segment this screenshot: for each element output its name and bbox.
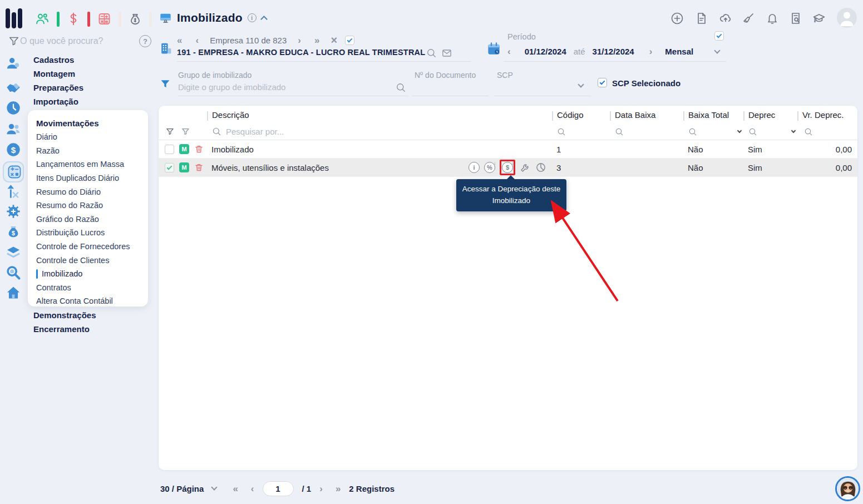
sidebar-item-encerramento[interactable]: Encerramento <box>33 322 145 336</box>
company-first-button[interactable]: « <box>177 36 182 45</box>
period-prev-button[interactable]: ‹ <box>507 47 511 56</box>
table-search-icon[interactable] <box>212 127 221 136</box>
rail-search-icon[interactable] <box>6 265 21 280</box>
period-checkbox[interactable] <box>714 31 724 41</box>
info-icon[interactable]: i <box>248 13 257 22</box>
row-wrench-icon[interactable] <box>520 162 531 173</box>
company-last-button[interactable]: » <box>314 36 319 45</box>
user-avatar[interactable] <box>837 8 857 28</box>
rail-calculator-icon-active[interactable] <box>7 164 22 180</box>
period-start-date[interactable]: 01/12/2024 <box>525 47 566 56</box>
audit-log-icon[interactable] <box>789 12 802 25</box>
submenu-item-lancamentos-em-massa[interactable]: Lançamentos em Massa <box>36 157 148 171</box>
deprec-filter-search-icon[interactable] <box>748 127 757 136</box>
baixa-total-filter-chevron-icon[interactable] <box>737 128 742 132</box>
sidebar-item-importacao[interactable]: Importação <box>33 95 145 108</box>
rail-home-icon[interactable] <box>6 285 21 300</box>
per-page-select[interactable]: 30 / Página <box>160 484 204 493</box>
page-number-input[interactable] <box>263 481 294 496</box>
submenu-item-altera-conta-contabil[interactable]: Altera Conta Contábil <box>36 294 148 308</box>
baixa-total-filter-search-icon[interactable] <box>688 127 697 136</box>
prev-page-button[interactable]: ‹ <box>251 484 254 493</box>
submenu-item-resumo-do-diario[interactable]: Resumo do Diário <box>36 185 148 199</box>
add-icon[interactable] <box>670 12 684 25</box>
submenu-item-contratos[interactable]: Contratos <box>36 281 148 295</box>
first-page-button[interactable]: « <box>233 484 238 493</box>
delete-row-icon[interactable] <box>194 144 204 154</box>
last-page-button[interactable]: » <box>336 484 341 493</box>
table-funnel-icon-1[interactable] <box>165 127 175 136</box>
rail-layers-icon[interactable] <box>6 245 21 260</box>
rail-people-icon[interactable] <box>6 121 21 137</box>
codigo-filter-search-icon[interactable] <box>557 127 566 136</box>
per-page-chevron-icon[interactable] <box>211 484 218 490</box>
next-page-button[interactable]: › <box>319 484 323 493</box>
company-search-icon[interactable] <box>426 48 437 58</box>
period-mode-select[interactable]: Mensal <box>665 47 693 56</box>
company-mail-icon[interactable] <box>441 48 452 58</box>
submenu-item-imobilizado-active[interactable]: Imobilizado <box>36 267 148 281</box>
education-cap-icon[interactable] <box>812 12 826 25</box>
rail-dollar-icon[interactable]: $ <box>6 142 21 157</box>
column-header-data-baixa[interactable]: Data Baixa <box>612 110 686 120</box>
submenu-item-distribuicao-lucros[interactable]: Distribuição Lucros <box>36 226 148 240</box>
scp-filter-select[interactable] <box>494 96 591 96</box>
finance-module-icon[interactable] <box>66 11 81 27</box>
sidebar-search[interactable]: O que você procura? ? <box>7 33 151 49</box>
delete-row-icon[interactable] <box>194 162 204 172</box>
submenu-item-itens-duplicados-diario[interactable]: Itens Duplicados Diário <box>36 171 148 185</box>
submenu-item-resumo-do-razao[interactable]: Resumo do Razão <box>36 199 148 213</box>
group-filter-search-icon[interactable] <box>396 82 406 93</box>
column-header-baixa-total[interactable]: Baixa Total <box>686 110 746 120</box>
column-header-descricao[interactable]: Descrição <box>209 110 554 120</box>
deprec-filter-chevron-icon[interactable] <box>791 128 796 132</box>
sidebar-item-preparacoes[interactable]: Preparações <box>33 81 145 95</box>
period-end-date[interactable]: 31/12/2024 <box>593 47 634 56</box>
submenu-item-razao[interactable]: Razão <box>36 144 148 158</box>
column-header-codigo[interactable]: Código <box>554 110 612 120</box>
notifications-bell-icon[interactable] <box>766 12 779 25</box>
support-chat-avatar[interactable] <box>835 476 860 501</box>
column-header-deprec[interactable]: Deprec <box>746 110 800 120</box>
period-next-button[interactable]: › <box>649 47 653 56</box>
rail-trend-icon[interactable] <box>6 184 21 199</box>
sidebar-search-placeholder[interactable]: O que você procura? <box>20 36 134 46</box>
sidebar-item-movimentacoes[interactable]: Movimentações <box>36 116 148 130</box>
document-icon[interactable] <box>695 12 708 25</box>
company-prev-button[interactable]: ‹ <box>195 36 199 45</box>
vr-deprec-filter-search-icon[interactable] <box>804 127 813 136</box>
moneybag-module-icon[interactable] <box>128 11 142 27</box>
period-mode-chevron-icon[interactable] <box>714 47 721 53</box>
table-row[interactable]: M Imobilizado 1 Não Sim 0,00 <box>159 140 857 159</box>
column-header-vr-deprec[interactable]: Vr. Deprec. <box>800 110 857 120</box>
sidebar-item-demonstracoes[interactable]: Demonstrações <box>33 308 145 322</box>
submenu-item-controle-de-clientes[interactable]: Controle de Clientes <box>36 253 148 267</box>
company-next-button[interactable]: › <box>298 36 301 45</box>
table-search-input[interactable]: Pesquisar por... <box>226 127 284 136</box>
sidebar-item-cadastros[interactable]: Cadastros <box>33 53 145 67</box>
broom-icon[interactable] <box>742 12 756 25</box>
rail-gear-icon[interactable] <box>6 204 21 219</box>
submenu-item-grafico-do-razao[interactable]: Gráfico do Razão <box>36 213 148 226</box>
sidebar-item-montagem[interactable]: Montagem <box>33 67 145 81</box>
row-depreciation-icon[interactable]: $↓ <box>502 162 513 173</box>
scp-selected-checkbox[interactable] <box>598 78 607 87</box>
row-percent-icon[interactable]: %↓ <box>484 162 495 173</box>
rail-user-settings-icon[interactable] <box>6 56 21 71</box>
cloud-upload-icon[interactable] <box>719 12 732 25</box>
group-filter-input[interactable]: Digite o grupo de imobilizado <box>178 82 285 92</box>
help-icon[interactable]: ? <box>139 35 151 47</box>
submenu-item-diario[interactable]: Diário <box>36 130 148 144</box>
company-clear-button[interactable]: × <box>331 34 337 46</box>
data-baixa-filter-search-icon[interactable] <box>615 127 624 136</box>
row-info-icon[interactable]: i <box>469 162 480 173</box>
table-row-selected[interactable]: M Móveis, utensílios e instalações i %↓ … <box>159 159 857 177</box>
submenu-item-controle-de-fornecedores[interactable]: Controle de Fornecedores <box>36 240 148 254</box>
rail-handshake-icon[interactable] <box>6 80 21 95</box>
calculator-module-icon[interactable] <box>97 11 112 27</box>
people-module-icon[interactable] <box>34 11 50 27</box>
collapse-chevron-up-icon[interactable] <box>260 16 268 23</box>
table-funnel-icon-2[interactable] <box>181 127 190 136</box>
row-checkbox-checked[interactable] <box>165 163 174 172</box>
scp-filter-chevron-icon[interactable] <box>578 81 584 87</box>
